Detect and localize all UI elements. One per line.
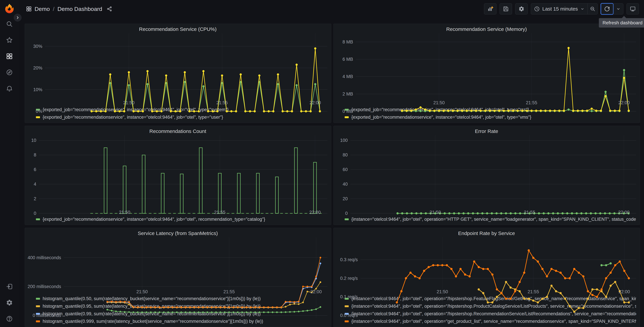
legend-item[interactable]: {exported_job="recommendationservice", i… [36, 114, 327, 121]
settings-gear-icon [518, 6, 524, 12]
panel-title[interactable]: Service Latency (from SpanMetrics) [138, 230, 218, 236]
dashboard-settings-button[interactable] [515, 3, 528, 14]
legend-item[interactable]: histogram_quantile(0.999, sum(rate(laten… [36, 318, 327, 325]
y-tick-label: 10% [33, 87, 42, 92]
y-axis: 0 milliseconds200 milliseconds400 millis… [28, 237, 64, 288]
y-tick-label: 20 [343, 196, 348, 202]
legend-swatch-icon [345, 320, 349, 322]
sidebar-item-explore[interactable] [4, 68, 15, 76]
chart-plot[interactable] [45, 33, 327, 99]
y-tick-label: 6 MB [342, 57, 353, 62]
y-tick-label: 0.2 req/s [340, 276, 358, 281]
refresh-group [601, 3, 623, 14]
sidebar [0, 0, 19, 327]
panel-title[interactable]: Recommendations Count [150, 128, 206, 134]
main-area: Demo / Demo Dashboard [19, 0, 644, 327]
sidebar-item-settings[interactable] [4, 299, 15, 306]
sidebar-item-sign-in[interactable] [4, 283, 15, 290]
legend-item[interactable]: {instance="otelcol:9464", job="otel", op… [345, 216, 636, 223]
legend-label: histogram_quantile(0.999, sum(rate(laten… [43, 319, 263, 324]
y-tick-label: 4 [34, 182, 36, 187]
y-tick-label: 80 [343, 152, 348, 158]
legend-label: {exported_job="recommendationservice", i… [352, 115, 531, 120]
search-icon [6, 20, 13, 28]
question-circle-icon [6, 315, 13, 322]
monitor-icon [630, 6, 636, 12]
zoom-out-time-button[interactable] [588, 4, 598, 14]
sidebar-item-starred[interactable] [4, 36, 15, 44]
legend: {exported_job="recommendationservice", i… [28, 216, 327, 223]
legend: {instance="otelcol:9464", job="otel", op… [337, 216, 636, 223]
gear-icon [6, 299, 13, 306]
legend-item[interactable]: {instance="otelcol:9464", job="otel", op… [345, 318, 636, 325]
y-tick-label: 4 MB [342, 74, 353, 79]
time-picker-group: Last 15 minutes [531, 3, 598, 14]
x-axis: 21:5021:5522:00 [360, 288, 636, 295]
x-tick-label: 22:00 [309, 210, 321, 215]
share-icon [106, 6, 112, 12]
x-tick-label: 22:00 [619, 289, 630, 294]
legend-swatch-icon [36, 218, 40, 220]
panel-title[interactable]: Endpoint Rate by Service [458, 230, 515, 236]
grafana-app: Demo / Demo Dashboard [0, 0, 644, 327]
add-panel-icon [487, 6, 493, 12]
y-tick-label: 8 MB [342, 39, 353, 44]
save-dashboard-button[interactable] [500, 3, 512, 14]
panel-error-rate: Error Rate 020406080100 21:5021:5522:00 … [334, 126, 640, 225]
panel-service-latency: Service Latency (from SpanMetrics) 0 mil… [25, 228, 331, 327]
panel-title[interactable]: Recommendation Service (Memory) [446, 26, 527, 32]
chart-plot[interactable] [360, 237, 636, 288]
dashboard-toolbar: Last 15 minutes [484, 3, 639, 14]
x-tick-label: 22:00 [618, 210, 630, 215]
x-axis: 21:5021:5522:00 [356, 99, 636, 106]
x-tick-label: 21:50 [123, 100, 135, 106]
compass-icon [6, 69, 13, 76]
sidebar-nav-bottom [4, 283, 15, 323]
legend-swatch-icon [36, 116, 40, 118]
chart-plot[interactable] [350, 135, 636, 208]
legend-swatch-icon [345, 116, 349, 118]
y-tick-label: 60 [343, 167, 348, 172]
y-tick-label: 2 [34, 196, 36, 202]
x-tick-label: 21:50 [119, 210, 130, 215]
panel-recommendation-cpu: Recommendation Service (CPU%) 0%10%20%30… [25, 24, 331, 123]
refresh-interval-dropdown[interactable] [613, 4, 623, 14]
y-axis: 0 MB2 MB4 MB6 MB8 MB [337, 33, 356, 99]
y-tick-label: 40 [343, 182, 348, 187]
sidebar-item-search[interactable] [4, 20, 15, 28]
chart-plot[interactable] [64, 237, 327, 288]
chart-plot[interactable] [39, 135, 327, 208]
sidebar-item-alerting[interactable] [4, 84, 15, 92]
y-tick-label: 2 MB [342, 91, 353, 96]
legend-item[interactable]: {exported_job="recommendationservice", i… [345, 114, 636, 121]
y-tick-label: 200 milliseconds [28, 284, 61, 289]
x-tick-label: 21:50 [433, 100, 445, 106]
panel-title[interactable]: Recommendation Service (CPU%) [139, 26, 216, 32]
time-range-button[interactable]: Last 15 minutes [531, 4, 588, 14]
sidebar-expand-button[interactable] [14, 14, 22, 22]
y-tick-label: 30% [33, 44, 42, 49]
refresh-dashboard-button[interactable] [600, 3, 614, 15]
grafana-logo-icon[interactable] [4, 3, 15, 14]
share-dashboard-button[interactable] [106, 6, 112, 12]
y-axis: 0.0 req/s0.1 req/s0.2 req/s0.3 req/s [337, 237, 360, 288]
x-tick-label: 22:00 [310, 100, 321, 106]
sidebar-item-help[interactable] [4, 315, 15, 323]
kiosk-mode-button[interactable] [626, 3, 639, 14]
x-tick-label: 21:55 [214, 210, 226, 215]
panel-title[interactable]: Error Rate [475, 128, 498, 134]
panel-recommendation-memory: Recommendation Service (Memory) 0 MB2 MB… [334, 24, 640, 123]
breadcrumb-section[interactable]: Demo [34, 6, 50, 12]
chart-plot[interactable] [356, 33, 636, 99]
y-tick-label: 20% [33, 65, 42, 70]
add-panel-button[interactable] [484, 3, 496, 14]
legend-item[interactable]: {exported_job="recommendationservice", i… [36, 216, 327, 223]
breadcrumb: Demo / Demo Dashboard [26, 6, 112, 12]
legend-label: {exported_job="recommendationservice", i… [43, 217, 265, 222]
x-axis: 21:5021:5522:00 [45, 99, 327, 106]
y-tick-label: 0% [36, 109, 42, 114]
x-tick-label: 21:55 [524, 210, 535, 215]
sidebar-item-dashboards[interactable] [4, 52, 15, 60]
x-axis: 21:5021:5522:00 [64, 288, 327, 295]
zoom-out-icon [590, 6, 596, 12]
